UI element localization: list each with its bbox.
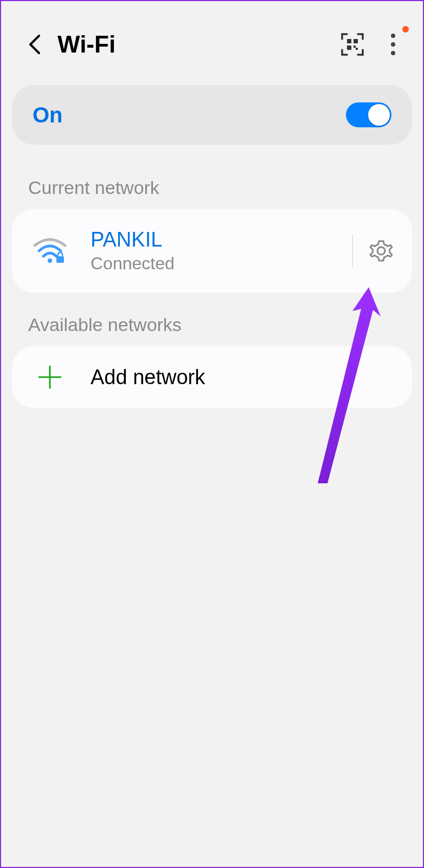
svg-point-5 (48, 258, 52, 263)
toggle-state-label: On (33, 103, 63, 127)
chevron-left-icon (28, 34, 41, 55)
network-name: PANKIL (91, 228, 339, 251)
svg-rect-2 (347, 46, 351, 50)
network-settings-button[interactable] (367, 236, 396, 265)
qr-code-icon (341, 33, 364, 56)
dot-icon (391, 34, 395, 38)
network-item[interactable]: PANKIL Connected (28, 228, 396, 274)
plus-icon-wrap (28, 365, 72, 389)
svg-point-7 (377, 247, 385, 255)
divider (352, 235, 353, 267)
current-network-label: Current network (1, 145, 423, 209)
toggle-knob (368, 104, 390, 126)
header-actions (341, 33, 401, 56)
page-title: Wi-Fi (57, 31, 115, 58)
wifi-toggle-card[interactable]: On (12, 85, 412, 145)
add-network-label: Add network (91, 366, 205, 389)
svg-rect-0 (347, 39, 351, 43)
back-button[interactable] (23, 33, 47, 56)
svg-rect-4 (356, 48, 358, 50)
gear-icon (368, 237, 395, 264)
dot-icon (391, 51, 395, 55)
network-status: Connected (91, 254, 339, 274)
wifi-signal-icon-wrap (28, 237, 72, 265)
qr-scan-button[interactable] (341, 33, 364, 56)
plus-icon (38, 365, 62, 389)
notification-badge (402, 26, 409, 33)
add-network-button[interactable]: Add network (28, 365, 396, 389)
svg-rect-6 (56, 256, 64, 263)
svg-rect-3 (354, 46, 356, 48)
available-networks-card: Add network (12, 346, 412, 408)
svg-rect-1 (354, 39, 358, 43)
network-info: PANKIL Connected (91, 228, 339, 274)
available-networks-label: Available networks (1, 293, 423, 346)
header: Wi-Fi (1, 1, 423, 74)
wifi-secure-icon (33, 237, 67, 265)
dot-icon (391, 42, 395, 47)
more-options-button[interactable] (385, 33, 401, 56)
wifi-toggle-switch[interactable] (346, 102, 391, 127)
current-network-card: PANKIL Connected (12, 209, 412, 293)
